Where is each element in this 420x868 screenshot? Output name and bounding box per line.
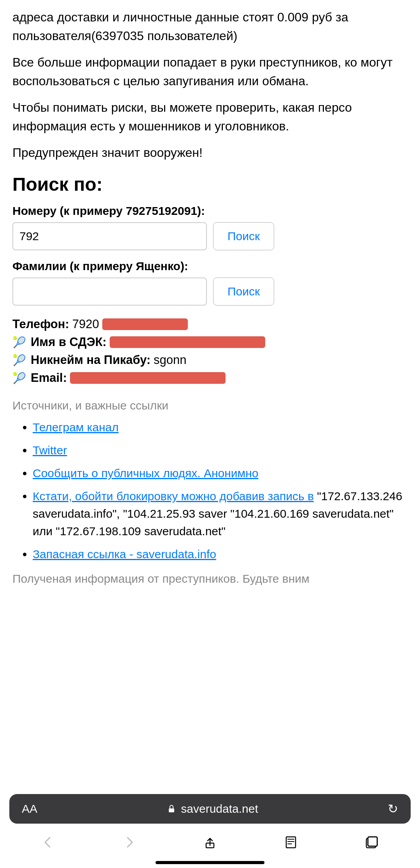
pikabu-emoji: 🎾: [12, 354, 26, 367]
list-item: Запасная ссылка - saverudata.info: [33, 545, 408, 563]
browser-bar-area: AA saverudata.net ↻: [0, 789, 420, 868]
lastname-field-label: Фамилии (к примеру Ященко):: [12, 260, 408, 273]
result-pikabu-line: 🎾 Никнейм на Пикабу: sgonn: [12, 353, 408, 367]
browser-address-bar[interactable]: AA saverudata.net ↻: [9, 794, 411, 824]
svg-rect-0: [169, 808, 174, 812]
svg-rect-8: [368, 837, 377, 846]
svg-rect-3: [286, 837, 296, 848]
url-text: saverudata.net: [181, 802, 258, 815]
list-item: Телеграм канал: [33, 418, 408, 436]
back-icon: [41, 835, 55, 849]
sources-list: Телеграм канал Twitter Сообщить о публич…: [12, 418, 408, 563]
result-sdek-label: Имя в СДЭК:: [31, 335, 107, 349]
phone-search-input[interactable]: 792: [12, 222, 207, 250]
report-link[interactable]: Сообщить о публичных людях. Анонимно: [33, 467, 258, 480]
result-pikabu-value: sgonn: [154, 353, 186, 367]
phone-search-button[interactable]: Поиск: [213, 222, 274, 250]
share-button[interactable]: [194, 835, 226, 849]
bookmarks-button[interactable]: [275, 835, 306, 849]
result-pikabu-label: Никнейм на Пикабу:: [31, 353, 150, 367]
share-icon: [203, 835, 217, 849]
lock-icon: [167, 804, 176, 814]
intro-text-2: Все больше информации попадает в руки пр…: [12, 53, 408, 90]
url-display: saverudata.net: [167, 802, 258, 815]
phone-search-row: 792 Поиск: [12, 222, 408, 250]
forward-button[interactable]: [114, 835, 145, 849]
footer-notice: Полученая информация от преступников. Бу…: [12, 572, 408, 585]
result-phone-redacted: [102, 318, 188, 330]
home-indicator: [156, 861, 264, 864]
phone-field-label: Номеру (к примеру 79275192091):: [12, 204, 408, 218]
back-button[interactable]: [33, 835, 64, 849]
tabs-icon: [365, 835, 379, 849]
twitter-link[interactable]: Twitter: [33, 444, 67, 457]
result-email-line: 🎾 Email:: [12, 371, 408, 385]
result-phone-line: Телефон: 7920: [12, 317, 408, 331]
telegram-link[interactable]: Телеграм канал: [33, 421, 119, 434]
intro-text-3: Чтобы понимать риски, вы можете проверит…: [12, 98, 408, 135]
list-item: Кстати, обойти блокировку можно добавив …: [33, 487, 408, 540]
refresh-button[interactable]: ↻: [388, 801, 398, 816]
intro-bold-line: Предупрежден значит вооружен!: [12, 143, 408, 162]
intro-text-1: адреса доставки и личностные данные стоя…: [12, 8, 408, 45]
bypass-link[interactable]: Кстати, обойти блокировку можно добавив …: [33, 490, 314, 503]
email-emoji: 🎾: [12, 372, 26, 385]
forward-icon: [122, 835, 136, 849]
result-phone-value: 7920: [72, 317, 99, 331]
backup-link[interactable]: Запасная ссылка - saverudata.info: [33, 548, 216, 561]
result-sdek-line: 🎾 Имя в СДЭК:: [12, 335, 408, 349]
result-email-redacted: [70, 372, 226, 384]
browser-nav: [0, 824, 420, 861]
lastname-search-row: Поиск: [12, 278, 408, 306]
list-item: Twitter: [33, 441, 408, 459]
result-phone-label: Телефон:: [12, 317, 69, 331]
sources-title: Источники, и важные ссылки: [12, 399, 408, 412]
list-item: Сообщить о публичных людях. Анонимно: [33, 464, 408, 482]
results-section: Телефон: 7920 🎾 Имя в СДЭК: 🎾 Никнейм на…: [12, 317, 408, 385]
bookmarks-icon: [284, 835, 298, 849]
sdek-emoji: 🎾: [12, 336, 26, 349]
result-email-label: Email:: [31, 371, 67, 385]
font-size-control[interactable]: AA: [22, 802, 37, 815]
lastname-search-button[interactable]: Поиск: [213, 278, 274, 306]
tabs-button[interactable]: [356, 835, 387, 849]
lastname-search-input[interactable]: [12, 278, 207, 306]
result-sdek-redacted: [110, 336, 265, 348]
search-section-title: Поиск по:: [12, 174, 408, 195]
